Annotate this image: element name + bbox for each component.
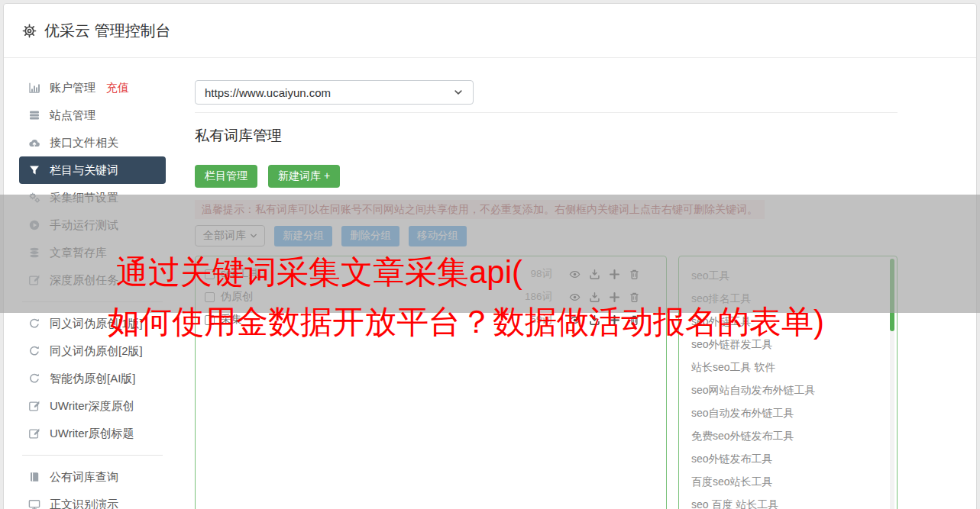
- refresh-icon: [28, 345, 40, 357]
- sidebar-item-label: 文章暂存库: [50, 246, 107, 260]
- sidebar-item-label: 公有词库查询: [50, 470, 118, 485]
- sidebar-item-filter-active[interactable]: 栏目与关键词: [19, 156, 166, 184]
- chevron-down-icon: [249, 231, 258, 240]
- sidebar-item-label: 栏目与关键词: [50, 163, 118, 178]
- db-icon: [28, 246, 40, 259]
- trash-icon[interactable]: [629, 292, 640, 303]
- keyword-item[interactable]: seo工具: [679, 264, 897, 287]
- thesaurus-row[interactable]: seo工具 98词: [196, 263, 666, 285]
- thesaurus-word-count: 59词: [519, 313, 552, 327]
- thesaurus-checkbox[interactable]: [205, 292, 215, 302]
- monitor-icon: [28, 498, 40, 509]
- site-url-select[interactable]: https://www.ucaiyun.com: [195, 80, 474, 105]
- page-actions: 栏目管理 新建词库 +: [195, 165, 340, 188]
- sidebar-item-label: 深度原创任务: [50, 273, 118, 288]
- thesaurus-label: seo工具: [221, 267, 513, 281]
- content-divider: [195, 112, 898, 113]
- sidebar-item-label: 同义词伪原创[2版]: [50, 344, 143, 359]
- sidebar-item-refresh[interactable]: 同义词伪原创[2版]: [19, 337, 166, 365]
- keyword-item[interactable]: seo自动发布外链工具: [679, 401, 897, 424]
- app-window: 优采云 管理控制台 账户管理 充值 站点管理 接口文件相关 栏目与关键词 采集细…: [0, 0, 980, 509]
- sidebar-item-gears[interactable]: 采集细节设置: [19, 184, 166, 211]
- keyword-item[interactable]: 站长seo工具 软件: [679, 356, 897, 379]
- keyword-item[interactable]: seo外链群发工具: [679, 333, 897, 356]
- refresh-icon: [28, 317, 40, 330]
- sidebar-item-label: 接口文件相关: [50, 136, 118, 150]
- sidebar-item-label: 智能伪原创[AI版]: [50, 372, 136, 386]
- column-manage-button[interactable]: 栏目管理: [195, 165, 257, 188]
- sidebar-item-label: 站点管理: [50, 108, 95, 123]
- thesaurus-filter-value: 全部词库: [203, 229, 246, 243]
- trash-icon[interactable]: [629, 269, 640, 280]
- recharge-link[interactable]: 充值: [106, 81, 129, 95]
- sidebar-item-edit[interactable]: UWriter原创标题: [19, 420, 166, 447]
- sidebar-item-refresh[interactable]: 同义词伪原创[1版]: [19, 310, 166, 337]
- keyword-item[interactable]: seo排名工具: [679, 287, 897, 310]
- keyword-item[interactable]: seo网站自动发布外链工具: [679, 379, 897, 401]
- download-icon[interactable]: [589, 292, 600, 303]
- keyword-item[interactable]: seo 百度 站长工具: [679, 493, 897, 509]
- edit-icon: [28, 400, 40, 412]
- plus-icon[interactable]: [609, 292, 620, 303]
- sidebar-item-edit[interactable]: 深度原创任务: [19, 266, 166, 294]
- eye-icon[interactable]: [569, 292, 581, 303]
- sidebar-item-play[interactable]: 手动运行测试: [19, 211, 166, 239]
- play-icon: [28, 219, 40, 231]
- plus-icon[interactable]: [609, 314, 620, 326]
- sidebar-item-label: 手动运行测试: [50, 218, 118, 233]
- page-title: 私有词库管理: [195, 126, 282, 146]
- server-icon: [28, 109, 40, 121]
- sidebar-item-db[interactable]: 文章暂存库: [19, 239, 166, 266]
- keyword-scrollbar-thumb[interactable]: [890, 259, 894, 331]
- sidebar-item-label: 正文识别演示: [50, 498, 118, 509]
- move-group-button[interactable]: 移动分组: [409, 226, 467, 246]
- thesaurus-label: 采集: [221, 313, 513, 327]
- sidebar-item-server[interactable]: 站点管理: [19, 101, 166, 129]
- thesaurus-list-panel: seo工具 98词 伪原创 186词 采集 59词: [195, 256, 667, 509]
- main-card: 优采云 管理控制台 账户管理 充值 站点管理 接口文件相关 栏目与关键词 采集细…: [3, 3, 977, 509]
- thesaurus-label: 伪原创: [221, 290, 513, 304]
- keyword-item[interactable]: seo外链工具: [679, 310, 897, 333]
- plus-icon[interactable]: [609, 269, 620, 280]
- refresh-icon: [28, 372, 40, 385]
- sidebar-item-book[interactable]: 公有词库查询: [19, 463, 166, 491]
- sidebar-item-chart[interactable]: 账户管理 充值: [19, 74, 166, 101]
- eye-icon[interactable]: [569, 314, 581, 326]
- gear-icon: [22, 24, 37, 38]
- sidebar-item-cloud-up[interactable]: 接口文件相关: [19, 129, 166, 156]
- edit-icon: [28, 427, 40, 440]
- sidebar-item-label: 采集细节设置: [50, 191, 118, 205]
- sidebar-divider: [22, 455, 163, 456]
- thesaurus-row[interactable]: 伪原创 186词: [196, 285, 666, 308]
- keyword-item[interactable]: 免费seo外链发布工具: [679, 424, 897, 447]
- delete-group-button[interactable]: 删除分组: [341, 226, 399, 246]
- thesaurus-checkbox[interactable]: [205, 269, 215, 279]
- sidebar-item-monitor[interactable]: 正文识别演示: [19, 491, 166, 509]
- sidebar: 账户管理 充值 站点管理 接口文件相关 栏目与关键词 采集细节设置 手动运行测试…: [19, 74, 166, 509]
- download-icon[interactable]: [589, 269, 600, 280]
- thesaurus-row-actions: [569, 269, 640, 280]
- sidebar-item-label: 同义词伪原创[1版]: [50, 317, 143, 331]
- thesaurus-checkbox[interactable]: [205, 315, 215, 325]
- keyword-item[interactable]: 百度seo站长工具: [679, 470, 897, 493]
- thesaurus-filter-select[interactable]: 全部词库: [195, 225, 265, 246]
- trash-icon[interactable]: [629, 314, 640, 326]
- filter-icon: [28, 164, 40, 176]
- new-thesaurus-button[interactable]: 新建词库 +: [268, 165, 340, 188]
- site-url-value: https://www.ucaiyun.com: [205, 86, 331, 99]
- sidebar-item-label: 账户管理: [50, 81, 95, 95]
- app-header: 优采云 管理控制台: [4, 4, 976, 58]
- thesaurus-row-actions: [569, 292, 640, 303]
- group-toolbar: 全部词库 新建分组 删除分组 移动分组: [195, 225, 467, 246]
- keyword-item[interactable]: seo外链发布工具: [679, 447, 897, 470]
- thesaurus-row[interactable]: 采集 59词: [196, 308, 666, 331]
- sidebar-item-label: UWriter原创标题: [50, 427, 134, 441]
- new-group-button[interactable]: 新建分组: [274, 226, 332, 246]
- keyword-list-panel: seo工具seo排名工具seo外链工具seo外链群发工具站长seo工具 软件se…: [678, 256, 898, 509]
- sidebar-item-edit[interactable]: UWriter深度原创: [19, 392, 166, 420]
- chevron-down-icon: [453, 87, 464, 98]
- sidebar-item-refresh[interactable]: 智能伪原创[AI版]: [19, 365, 166, 392]
- download-icon[interactable]: [589, 314, 600, 326]
- keyword-scrollbar-track: [890, 259, 894, 509]
- eye-icon[interactable]: [569, 269, 581, 280]
